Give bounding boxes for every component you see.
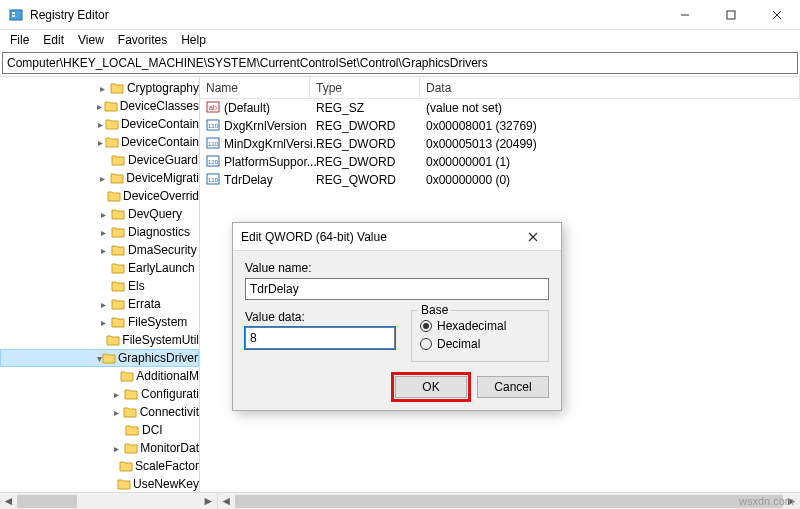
tree-item[interactable]: ▸Errata bbox=[0, 295, 199, 313]
tree-item[interactable]: FileSystemUtil bbox=[0, 331, 199, 349]
scroll-left-arrow[interactable]: ◄ bbox=[0, 493, 17, 510]
tree-item[interactable]: ▸Cryptography bbox=[0, 79, 199, 97]
tree-item[interactable]: ▸DeviceMigrati bbox=[0, 169, 199, 187]
expander-icon[interactable]: ▸ bbox=[110, 407, 123, 418]
value-name: PlatformSuppor... bbox=[224, 155, 317, 169]
tree-item[interactable]: Els bbox=[0, 277, 199, 295]
expander-icon[interactable]: ▸ bbox=[96, 137, 105, 148]
horizontal-scrollbar[interactable]: ◄ ► ◄ ► bbox=[0, 492, 800, 509]
folder-icon bbox=[105, 135, 119, 149]
expander-icon[interactable]: ▸ bbox=[110, 389, 124, 400]
tree-item[interactable]: ▸MonitorDat bbox=[0, 439, 199, 457]
tree-item[interactable]: ▸FileSystem bbox=[0, 313, 199, 331]
value-row[interactable]: 110DxgKrnlVersionREG_DWORD0x00008001 (32… bbox=[200, 117, 800, 135]
tree-item-label: DeviceMigrati bbox=[126, 171, 199, 185]
menu-edit[interactable]: Edit bbox=[37, 31, 70, 49]
tree-item-label: FileSystemUtil bbox=[122, 333, 199, 347]
radio-hexadecimal[interactable]: Hexadecimal bbox=[420, 317, 540, 335]
scroll-left-arrow-2[interactable]: ◄ bbox=[218, 493, 235, 510]
cancel-button[interactable]: Cancel bbox=[477, 376, 549, 398]
tree-item-label: UseNewKey bbox=[133, 477, 199, 491]
value-type: REG_DWORD bbox=[310, 119, 420, 133]
tree-item[interactable]: ▸DeviceClasses bbox=[0, 97, 199, 115]
col-data-header[interactable]: Data bbox=[420, 77, 800, 98]
expander-icon[interactable]: ▸ bbox=[96, 209, 110, 220]
tree-item[interactable]: ▸DmaSecurity bbox=[0, 241, 199, 259]
value-name: MinDxgKrnlVersi... bbox=[224, 137, 323, 151]
menu-favorites[interactable]: Favorites bbox=[112, 31, 173, 49]
tree-item-label: DCI bbox=[142, 423, 163, 437]
tree-item[interactable]: DeviceGuard bbox=[0, 151, 199, 169]
tree-item[interactable]: DCI bbox=[0, 421, 199, 439]
tree-item[interactable]: ▸DeviceContain bbox=[0, 115, 199, 133]
close-button[interactable] bbox=[754, 0, 800, 30]
value-row[interactable]: 110PlatformSuppor...REG_DWORD0x00000001 … bbox=[200, 153, 800, 171]
value-row[interactable]: 110MinDxgKrnlVersi...REG_DWORD0x00005013… bbox=[200, 135, 800, 153]
tree-item-label: DevQuery bbox=[128, 207, 182, 221]
tree-pane[interactable]: ▸Cryptography▸DeviceClasses▸DeviceContai… bbox=[0, 77, 200, 492]
tree-item[interactable]: ▸Connectivit bbox=[0, 403, 199, 421]
expander-icon[interactable]: ▸ bbox=[96, 101, 104, 112]
value-row[interactable]: ab(Default)REG_SZ(value not set) bbox=[200, 99, 800, 117]
tree-item-label: EarlyLaunch bbox=[128, 261, 195, 275]
menu-view[interactable]: View bbox=[72, 31, 110, 49]
value-row[interactable]: 110TdrDelayREG_QWORD0x00000000 (0) bbox=[200, 171, 800, 189]
tree-item[interactable]: ▸Configurati bbox=[0, 385, 199, 403]
list-header: Name Type Data bbox=[200, 77, 800, 99]
folder-icon bbox=[110, 243, 126, 257]
tree-item[interactable]: EarlyLaunch bbox=[0, 259, 199, 277]
expander-icon[interactable]: ▸ bbox=[96, 227, 110, 238]
folder-icon bbox=[119, 459, 133, 473]
menu-file[interactable]: File bbox=[4, 31, 35, 49]
tree-item-label: Configurati bbox=[141, 387, 199, 401]
value-data-input[interactable] bbox=[245, 327, 395, 349]
folder-icon bbox=[110, 225, 126, 239]
dialog-close-button[interactable] bbox=[513, 223, 553, 251]
tree-item[interactable]: ▾GraphicsDriver bbox=[0, 349, 199, 367]
value-type: REG_DWORD bbox=[310, 155, 420, 169]
col-name-header[interactable]: Name bbox=[200, 77, 310, 98]
tree-item[interactable]: ▸Diagnostics bbox=[0, 223, 199, 241]
folder-icon bbox=[110, 315, 126, 329]
expander-icon[interactable]: ▸ bbox=[96, 83, 110, 94]
tree-item-label: DeviceGuard bbox=[128, 153, 198, 167]
expander-icon[interactable]: ▸ bbox=[110, 443, 123, 454]
maximize-button[interactable] bbox=[708, 0, 754, 30]
radio-icon bbox=[420, 320, 432, 332]
radio-decimal[interactable]: Decimal bbox=[420, 335, 540, 353]
tree-item[interactable]: ScaleFactor bbox=[0, 457, 199, 475]
tree-item-label: DeviceContain bbox=[121, 117, 199, 131]
tree-item-label: DeviceClasses bbox=[120, 99, 199, 113]
tree-item[interactable]: ▸DevQuery bbox=[0, 205, 199, 223]
expander-icon[interactable]: ▸ bbox=[96, 317, 110, 328]
tree-item[interactable]: UseNewKey bbox=[0, 475, 199, 492]
expander-icon[interactable]: ▸ bbox=[96, 299, 110, 310]
menu-help[interactable]: Help bbox=[175, 31, 212, 49]
value-data: (value not set) bbox=[420, 101, 800, 115]
tree-item-label: DmaSecurity bbox=[128, 243, 197, 257]
radio-icon bbox=[420, 338, 432, 350]
address-bar[interactable]: Computer\HKEY_LOCAL_MACHINE\SYSTEM\Curre… bbox=[2, 52, 798, 74]
svg-rect-4 bbox=[727, 11, 735, 19]
value-icon: ab bbox=[206, 100, 220, 117]
tree-item[interactable]: ▸DeviceContain bbox=[0, 133, 199, 151]
tree-item-label: Diagnostics bbox=[128, 225, 190, 239]
col-type-header[interactable]: Type bbox=[310, 77, 420, 98]
value-data: 0x00000000 (0) bbox=[420, 173, 800, 187]
scroll-right-arrow[interactable]: ► bbox=[200, 493, 217, 510]
tree-item[interactable]: AdditionalM bbox=[0, 367, 199, 385]
expander-icon[interactable]: ▸ bbox=[96, 173, 109, 184]
value-type: REG_QWORD bbox=[310, 173, 420, 187]
expander-icon[interactable]: ▸ bbox=[96, 119, 105, 130]
folder-icon bbox=[117, 477, 131, 491]
folder-icon bbox=[109, 171, 124, 185]
value-type: REG_DWORD bbox=[310, 137, 420, 151]
tree-item-label: GraphicsDriver bbox=[118, 351, 198, 365]
expander-icon[interactable]: ▸ bbox=[96, 245, 110, 256]
tree-item[interactable]: DeviceOverrid bbox=[0, 187, 199, 205]
svg-text:110: 110 bbox=[208, 177, 219, 183]
minimize-button[interactable] bbox=[662, 0, 708, 30]
ok-button[interactable]: OK bbox=[395, 376, 467, 398]
value-name-input[interactable] bbox=[245, 278, 549, 300]
folder-icon bbox=[110, 279, 126, 293]
